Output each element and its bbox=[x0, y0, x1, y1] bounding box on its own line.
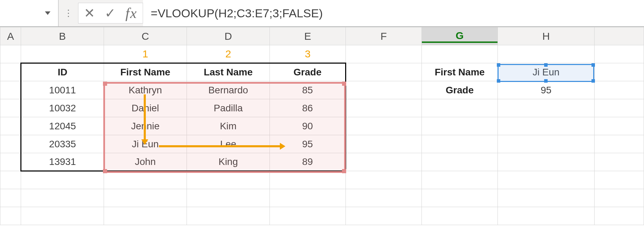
cell-grade[interactable]: 85 bbox=[270, 81, 346, 99]
lookup-grade-value[interactable]: 95 bbox=[498, 81, 595, 99]
name-box-dropdown-icon[interactable] bbox=[45, 11, 50, 15]
cell-id[interactable]: 12045 bbox=[21, 117, 104, 135]
name-box[interactable] bbox=[0, 0, 59, 26]
spreadsheet-grid[interactable]: A B C D E F G H 1 2 3 ID First Name Last… bbox=[0, 27, 644, 241]
index-label-1: 1 bbox=[104, 45, 187, 63]
cell-first[interactable]: Kathryn bbox=[104, 81, 187, 99]
cell-grade[interactable]: 86 bbox=[270, 99, 346, 117]
col-header-f[interactable]: F bbox=[346, 27, 422, 45]
column-headers: A B C D E F G H bbox=[0, 27, 644, 45]
col-header-blank bbox=[595, 27, 644, 45]
cell-id[interactable]: 13931 bbox=[21, 153, 104, 171]
lookup-first-name-value[interactable]: Ji Eun bbox=[498, 63, 595, 81]
table-row[interactable]: 10011 Kathryn Bernardo 85 Grade 95 bbox=[0, 81, 644, 99]
header-first-name: First Name bbox=[104, 63, 187, 81]
cell-last[interactable]: Padilla bbox=[187, 99, 270, 117]
cell-id[interactable]: 20335 bbox=[21, 135, 104, 153]
cell-last[interactable]: Lee bbox=[187, 135, 270, 153]
formula-controls: ✕ ✓ fx bbox=[78, 3, 143, 24]
cell-grade[interactable]: 95 bbox=[270, 135, 346, 153]
table-row[interactable]: 20335 Ji Eun Lee 95 bbox=[0, 135, 644, 153]
index-label-3: 3 bbox=[270, 45, 346, 63]
cell-first[interactable]: John bbox=[104, 153, 187, 171]
table-row[interactable]: 1 2 3 bbox=[0, 45, 644, 63]
lookup-grade-label: Grade bbox=[422, 81, 498, 99]
col-header-g[interactable]: G bbox=[422, 27, 498, 45]
lookup-first-name-label: First Name bbox=[422, 63, 498, 81]
table-row[interactable] bbox=[0, 171, 644, 189]
header-grade: Grade bbox=[270, 63, 346, 81]
formula-bar: ⋮ ✕ ✓ fx bbox=[0, 0, 644, 27]
cell-last[interactable]: Kim bbox=[187, 117, 270, 135]
table-row[interactable]: ID First Name Last Name Grade First Name… bbox=[0, 63, 644, 81]
cell-first[interactable]: Jennie bbox=[104, 117, 187, 135]
table-row[interactable] bbox=[0, 207, 644, 225]
table-row[interactable]: 13931 John King 89 bbox=[0, 153, 644, 171]
cancel-icon[interactable]: ✕ bbox=[84, 7, 95, 20]
table-row[interactable] bbox=[0, 189, 644, 207]
table-row[interactable]: 10032 Daniel Padilla 86 bbox=[0, 99, 644, 117]
col-header-d[interactable]: D bbox=[187, 27, 270, 45]
header-id: ID bbox=[21, 63, 104, 81]
divider-dots: ⋮ bbox=[59, 0, 78, 26]
fx-icon[interactable]: fx bbox=[125, 5, 137, 21]
cell-first[interactable]: Ji Eun bbox=[104, 135, 187, 153]
cell-grade[interactable]: 89 bbox=[270, 153, 346, 171]
cell-grade[interactable]: 90 bbox=[270, 117, 346, 135]
col-header-b[interactable]: B bbox=[21, 27, 104, 45]
table-row[interactable]: 12045 Jennie Kim 90 bbox=[0, 117, 644, 135]
col-header-a[interactable]: A bbox=[0, 27, 21, 45]
index-label-2: 2 bbox=[187, 45, 270, 63]
col-header-e[interactable]: E bbox=[270, 27, 346, 45]
cell-id[interactable]: 10011 bbox=[21, 81, 104, 99]
header-last-name: Last Name bbox=[187, 63, 270, 81]
col-header-h[interactable]: H bbox=[498, 27, 595, 45]
cell-first[interactable]: Daniel bbox=[104, 99, 187, 117]
cell-id[interactable]: 10032 bbox=[21, 99, 104, 117]
formula-input[interactable] bbox=[143, 0, 644, 26]
confirm-icon[interactable]: ✓ bbox=[105, 7, 116, 20]
col-header-c[interactable]: C bbox=[104, 27, 187, 45]
cell-last[interactable]: Bernardo bbox=[187, 81, 270, 99]
cell-last[interactable]: King bbox=[187, 153, 270, 171]
